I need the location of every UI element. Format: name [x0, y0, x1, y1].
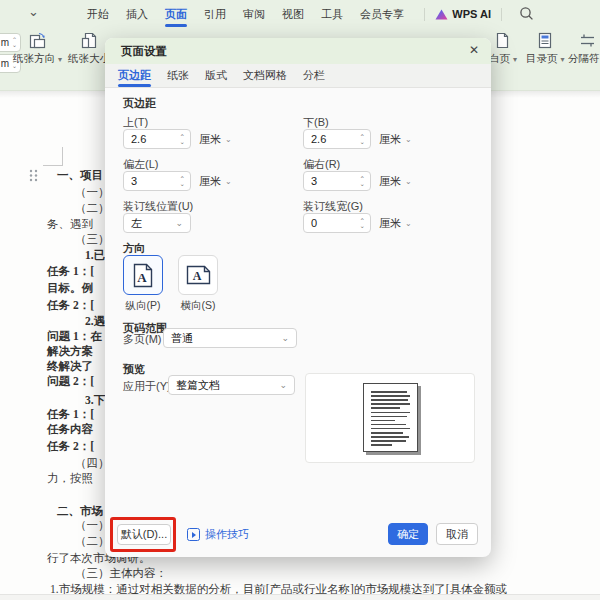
document-text-line: 问题 2：[	[47, 374, 94, 389]
spinner-arrows-icon[interactable]: ⌃⌄	[360, 176, 370, 186]
margin-left-input[interactable]: 3 ⌃⌄	[123, 171, 191, 191]
document-text-line: 1.已	[85, 248, 105, 263]
drag-handle-icon[interactable]	[28, 168, 39, 183]
dialog-tab-文档网格[interactable]: 文档网格	[243, 64, 287, 87]
margin-left-unit-select[interactable]: 厘米⌄	[199, 174, 232, 189]
portrait-label: 纵向(P)	[117, 299, 169, 313]
landscape-page-icon: A	[186, 265, 211, 285]
paper-orientation-label: 纸张方向 ▾	[13, 52, 62, 66]
paper-orientation-button[interactable]: 纸张方向 ▾	[13, 32, 62, 66]
chevron-down-icon: ⌄	[279, 380, 287, 390]
blank-page-icon	[495, 32, 510, 49]
toc-page-label: 目录页 ▾	[526, 52, 564, 66]
svg-text:A: A	[137, 270, 147, 285]
preview-text-line	[371, 428, 410, 430]
search-icon[interactable]	[519, 6, 534, 23]
page-setup-dialog: 页面设置 ✕ 页边距纸张版式文档网格分栏 页边距 上(T) 下(B) 2.6 ⌃…	[105, 38, 491, 557]
chevron-down-icon: ⌄	[175, 218, 183, 228]
chevron-down-icon[interactable]: ⌄	[28, 4, 39, 19]
cancel-button[interactable]: 取消	[436, 523, 478, 545]
menu-tabs: 开始插入页面引用审阅视图工具会员专享	[86, 0, 405, 28]
margin-top-label: 上(T)	[123, 115, 148, 130]
divider	[501, 8, 502, 21]
preview-text-line	[371, 432, 403, 434]
dialog-tab-版式[interactable]: 版式	[205, 64, 227, 87]
menu-tab-视图[interactable]: 视图	[281, 0, 305, 29]
margin-quick-value-2: m	[1, 58, 9, 69]
document-text-line: 问题 1：在	[47, 329, 102, 344]
ok-button[interactable]: 确定	[388, 523, 428, 545]
preview-text-line	[371, 391, 407, 393]
blank-page-label: 白页 ▾	[489, 52, 517, 66]
margin-top-unit-select[interactable]: 厘米⌄	[199, 132, 232, 147]
preview-text-line	[371, 403, 410, 405]
preview-text-line	[371, 440, 406, 442]
multi-page-label: 多页(M)	[123, 332, 162, 347]
margin-top-input[interactable]: 2.6 ⌃⌄	[123, 129, 191, 149]
menu-tab-页面[interactable]: 页面	[164, 0, 188, 29]
close-icon[interactable]: ✕	[469, 43, 479, 57]
orientation-landscape-button[interactable]: A	[178, 255, 218, 295]
menu-bar: ⌄ 开始插入页面引用审阅视图工具会员专享 WPS AI	[0, 0, 600, 28]
default-button[interactable]: 默认(D)...	[117, 524, 171, 545]
spinner-arrows-icon[interactable]: ⌃⌄	[180, 176, 190, 186]
paper-orientation-icon	[29, 32, 46, 49]
margin-right-unit-select[interactable]: 厘米⌄	[379, 174, 412, 189]
gutter-width-input[interactable]: 0 ⌃⌄	[303, 213, 371, 233]
margin-left-label: 偏左(L)	[123, 157, 158, 172]
spinner-arrows-icon[interactable]: ⌃⌄	[360, 134, 370, 144]
separator-button[interactable]: 分隔符 ▾	[568, 32, 600, 66]
menu-right-cluster: WPS AI	[424, 0, 502, 28]
preview-page-thumbnail	[363, 383, 418, 452]
menu-tab-引用[interactable]: 引用	[203, 0, 227, 29]
margins-section-title: 页边距	[123, 96, 156, 111]
chevron-down-icon: ⌄	[225, 135, 232, 144]
document-text-line: 力，按照	[47, 471, 93, 486]
blank-page-button[interactable]: 白页 ▾	[489, 32, 517, 66]
dialog-tabs: 页边距纸张版式文档网格分栏	[105, 64, 491, 88]
document-text-line: 任务 1：[	[47, 264, 94, 279]
preview-text-line	[371, 424, 406, 426]
preview-text-line	[371, 420, 395, 422]
chevron-down-icon: ⌄	[405, 177, 412, 186]
orientation-portrait-button[interactable]: A	[123, 255, 163, 295]
margin-right-input[interactable]: 3 ⌃⌄	[303, 171, 371, 191]
multi-page-select[interactable]: 普通⌄	[163, 328, 297, 348]
margin-bottom-label: 下(B)	[303, 115, 329, 130]
wps-ai-label: WPS AI	[452, 8, 491, 20]
gutter-position-select[interactable]: 左⌄	[123, 213, 191, 233]
chevron-down-icon: ⌄	[225, 177, 232, 186]
tips-link[interactable]: 操作技巧	[187, 527, 249, 542]
dialog-tab-纸张[interactable]: 纸张	[167, 64, 189, 87]
menu-tab-开始[interactable]: 开始	[86, 0, 110, 29]
gutter-width-unit-select[interactable]: 厘米⌄	[379, 216, 412, 231]
toc-page-button[interactable]: 目录页 ▾	[526, 32, 564, 66]
svg-text:A: A	[192, 269, 201, 283]
menu-tab-工具[interactable]: 工具	[320, 0, 344, 29]
spinner-arrows-icon[interactable]: ⌃⌄	[360, 218, 370, 228]
apply-to-label: 应用于(Y)	[123, 379, 171, 394]
toc-page-icon	[537, 32, 553, 49]
spinner-arrows-icon[interactable]: ⌃⌄	[180, 134, 190, 144]
dialog-tab-分栏[interactable]: 分栏	[303, 64, 325, 87]
menu-tab-审阅[interactable]: 审阅	[242, 0, 266, 29]
menu-tab-会员专享[interactable]: 会员专享	[359, 0, 405, 29]
landscape-label: 横向(S)	[172, 299, 224, 313]
chevron-down-icon: ⌄	[281, 333, 289, 343]
paper-size-icon	[81, 32, 97, 49]
chevron-down-icon: ⌄	[405, 135, 412, 144]
document-text-line: 任务 2：[	[47, 439, 94, 454]
margin-bottom-input[interactable]: 2.6 ⌃⌄	[303, 129, 371, 149]
preview-text-line	[371, 412, 410, 414]
apply-to-select[interactable]: 整篇文档⌄	[168, 375, 295, 395]
paper-size-button[interactable]: 纸张大小	[68, 32, 110, 66]
document-text-line: 二、市场	[57, 504, 103, 519]
preview-text-line	[371, 436, 409, 438]
margin-right-label: 偏右(R)	[303, 157, 340, 172]
margin-bottom-unit-select[interactable]: 厘米⌄	[379, 132, 412, 147]
wps-ai-button[interactable]: WPS AI	[435, 8, 491, 20]
dialog-header[interactable]: 页面设置 ✕	[105, 38, 491, 64]
video-tips-icon	[187, 528, 200, 541]
dialog-tab-页边距[interactable]: 页边距	[118, 64, 151, 87]
menu-tab-插入[interactable]: 插入	[125, 0, 149, 29]
